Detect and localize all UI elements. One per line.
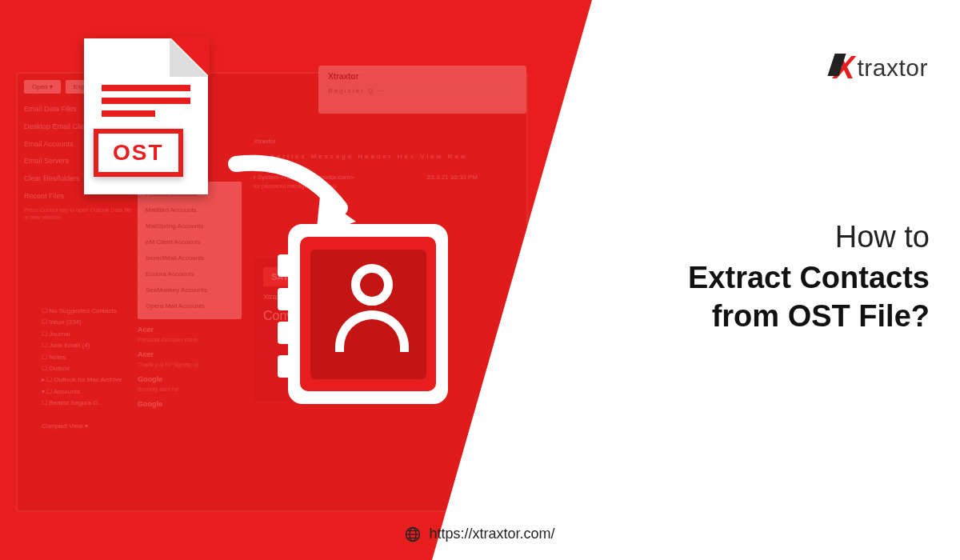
globe-icon (405, 526, 421, 542)
brand-logo: X traxtor (834, 50, 928, 86)
headline: How to Extract Contacts from OST File? (688, 220, 930, 335)
footer-url[interactable]: https://xtraxtor.com/ (429, 526, 554, 542)
ost-badge-label: OST (113, 140, 164, 166)
person-icon (332, 264, 412, 368)
contact-book-icon (268, 224, 448, 404)
headline-line1: How to (688, 220, 930, 254)
bg-browser-sub: Register Q ⋯ (318, 87, 526, 94)
headline-line3: from OST File? (688, 298, 930, 336)
bg-open-button: Open ▾ (24, 80, 61, 94)
headline-line2: Extract Contacts (688, 259, 930, 298)
logo-x-icon: X (834, 50, 855, 86)
bg-email-list: AcerPersonal Discover more AcerThank you… (138, 326, 242, 411)
footer: https://xtraxtor.com/ (0, 526, 960, 542)
ost-file-icon: OST (84, 38, 224, 202)
bg-browser-title: Xtraxtor (318, 66, 526, 87)
bg-folder-tree: ☐ No Suggested Contacts ☐ Inbox (334) ☐ … (42, 306, 130, 432)
brand-name: traxtor (857, 54, 928, 82)
